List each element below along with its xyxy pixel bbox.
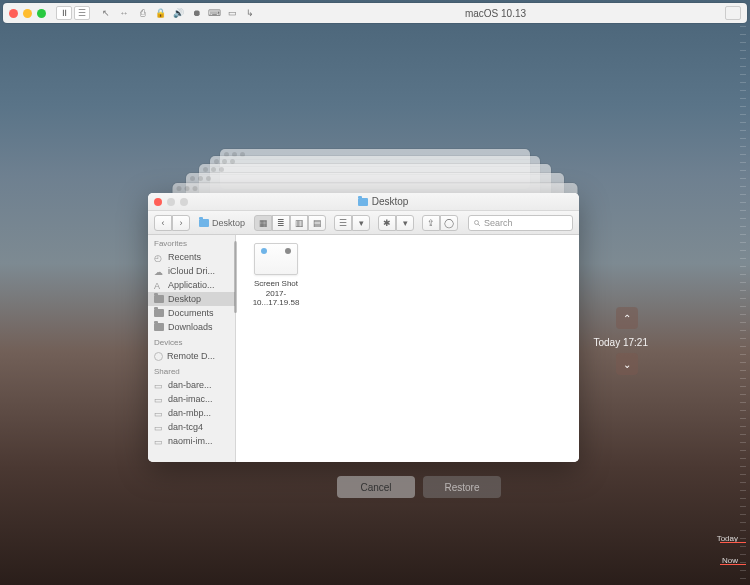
computer-icon: ▭: [154, 395, 164, 403]
gear-icon[interactable]: ✱: [378, 215, 396, 231]
timeline-up-button[interactable]: ⌃: [616, 307, 638, 329]
sidebar-item-shared[interactable]: ▭dan-bare...: [148, 378, 235, 392]
keyboard-icon[interactable]: ⌨: [206, 6, 222, 20]
window-zoom-icon: [180, 198, 188, 206]
sidebar-item-desktop[interactable]: Desktop: [148, 292, 235, 306]
svg-point-0: [475, 220, 479, 224]
timeline-down-button[interactable]: ⌄: [616, 353, 638, 375]
sidebar-item-label: dan-imac...: [168, 394, 213, 404]
sidebar-item-icloud[interactable]: ☁iCloud Dri...: [148, 264, 235, 278]
chevron-down-icon: ⌄: [623, 359, 631, 370]
applications-icon: A: [154, 281, 164, 289]
sound-icon[interactable]: 🔊: [170, 6, 186, 20]
vm-host-toolbar: ⏸ ☰ ↖ ↔ ⎙ 🔒 🔊 ⏺ ⌨ ▭ ↳ macOS 10.13: [3, 3, 747, 23]
finder-window: Desktop ‹ › Desktop ▦ ≣ ▥ ▤ ☰ ▾ ✱ ▾ ⇪ ◯: [148, 193, 579, 462]
share-tag-segment[interactable]: ⇪ ◯: [422, 215, 458, 231]
minimize-icon[interactable]: [23, 9, 32, 18]
search-placeholder: Search: [484, 218, 513, 228]
sidebar-item-label: Documents: [168, 308, 214, 318]
gear-menu-chevron-icon[interactable]: ▾: [396, 215, 414, 231]
cursor-icon[interactable]: ↖: [98, 6, 114, 20]
vm-title: macOS 10.13: [266, 8, 725, 19]
sidebar-item-documents[interactable]: Documents: [148, 306, 235, 320]
button-label: Restore: [444, 482, 479, 493]
sidebar-header-favorites: Favorites: [148, 235, 235, 250]
sidebar-item-label: Desktop: [168, 294, 201, 304]
forward-button[interactable]: ›: [172, 215, 190, 231]
file-item[interactable]: Screen Shot 2017-10...17.19.58: [244, 243, 308, 308]
nav-back-forward[interactable]: ‹ ›: [154, 215, 190, 231]
sidebar-item-shared[interactable]: ▭dan-mbp...: [148, 406, 235, 420]
recents-icon: ◴: [154, 253, 164, 261]
view-mode-segment[interactable]: ▦ ≣ ▥ ▤: [254, 215, 326, 231]
arrange-menu-chevron-icon[interactable]: ▾: [352, 215, 370, 231]
timeline-ruler: [740, 26, 746, 581]
sidebar-item-shared[interactable]: ▭naomi-im...: [148, 434, 235, 448]
button-label: Cancel: [360, 482, 391, 493]
list-view-button[interactable]: ≣: [272, 215, 290, 231]
search-field[interactable]: Search: [468, 215, 573, 231]
window-minimize-icon: [167, 198, 175, 206]
disc-icon: [154, 352, 163, 361]
host-seg-view[interactable]: ⏸ ☰: [56, 6, 90, 20]
usb-icon[interactable]: ↳: [242, 6, 258, 20]
folder-icon: [199, 219, 209, 227]
resize-icon[interactable]: ↔: [116, 6, 132, 20]
sidebar-item-recents[interactable]: ◴Recents: [148, 250, 235, 264]
sidebar-item-downloads[interactable]: Downloads: [148, 320, 235, 334]
finder-sidebar: Favorites ◴Recents ☁iCloud Dri... AAppli…: [148, 235, 236, 462]
window-title: Desktop: [372, 196, 409, 207]
file-thumbnail: [254, 243, 298, 275]
back-button[interactable]: ‹: [154, 215, 172, 231]
share-icon[interactable]: ⇪: [422, 215, 440, 231]
finder-content[interactable]: Screen Shot 2017-10...17.19.58: [236, 235, 579, 462]
folder-icon: [154, 295, 164, 303]
path-label: Desktop: [212, 218, 245, 228]
zoom-icon[interactable]: [37, 9, 46, 18]
path-control[interactable]: Desktop: [195, 218, 249, 228]
cancel-button[interactable]: Cancel: [337, 476, 415, 498]
sidebar-item-label: Applicatio...: [168, 280, 215, 290]
icon-view-button[interactable]: ▦: [254, 215, 272, 231]
sidebar-item-label: iCloud Dri...: [168, 266, 215, 276]
lock-icon[interactable]: 🔒: [152, 6, 168, 20]
computer-icon: ▭: [154, 437, 164, 445]
snapshot-icon[interactable]: ☰: [74, 6, 90, 20]
arrange-button[interactable]: ☰: [334, 215, 352, 231]
sidebar-item-label: dan-tcg4: [168, 422, 203, 432]
window-close-icon[interactable]: [154, 198, 162, 206]
arrange-segment[interactable]: ☰ ▾: [334, 215, 370, 231]
sidebar-item-label: Downloads: [168, 322, 213, 332]
pause-icon[interactable]: ⏸: [56, 6, 72, 20]
printer-icon[interactable]: ⎙: [134, 6, 150, 20]
folder-icon: [154, 309, 164, 317]
computer-icon: ▭: [154, 409, 164, 417]
finder-toolbar: ‹ › Desktop ▦ ≣ ▥ ▤ ☰ ▾ ✱ ▾ ⇪ ◯ Search: [148, 211, 579, 235]
close-icon[interactable]: [9, 9, 18, 18]
host-traffic-lights[interactable]: [9, 9, 46, 18]
sidebar-item-label: naomi-im...: [168, 436, 213, 446]
sidebar-item-remote-disc[interactable]: Remote D...: [148, 349, 235, 363]
timeline-marker-now: [720, 564, 746, 565]
restore-button[interactable]: Restore: [423, 476, 501, 498]
gallery-view-button[interactable]: ▤: [308, 215, 326, 231]
sidebar-scrollbar[interactable]: [234, 241, 237, 313]
folder-icon: [358, 198, 368, 206]
sidebar-item-label: Remote D...: [167, 351, 215, 361]
tag-icon[interactable]: ◯: [440, 215, 458, 231]
host-menu-icon[interactable]: [725, 6, 741, 20]
action-segment[interactable]: ✱ ▾: [378, 215, 414, 231]
sidebar-item-applications[interactable]: AApplicatio...: [148, 278, 235, 292]
sidebar-header-shared: Shared: [148, 363, 235, 378]
camera-icon[interactable]: ⏺: [188, 6, 204, 20]
sidebar-item-label: Recents: [168, 252, 201, 262]
sidebar-item-shared[interactable]: ▭dan-tcg4: [148, 420, 235, 434]
display-icon[interactable]: ▭: [224, 6, 240, 20]
sidebar-item-shared[interactable]: ▭dan-imac...: [148, 392, 235, 406]
sidebar-item-label: dan-mbp...: [168, 408, 211, 418]
search-icon: [473, 219, 481, 227]
sidebar-header-devices: Devices: [148, 334, 235, 349]
host-tools: ↖ ↔ ⎙ 🔒 🔊 ⏺ ⌨ ▭ ↳: [98, 6, 258, 20]
finder-titlebar: Desktop: [148, 193, 579, 211]
column-view-button[interactable]: ▥: [290, 215, 308, 231]
